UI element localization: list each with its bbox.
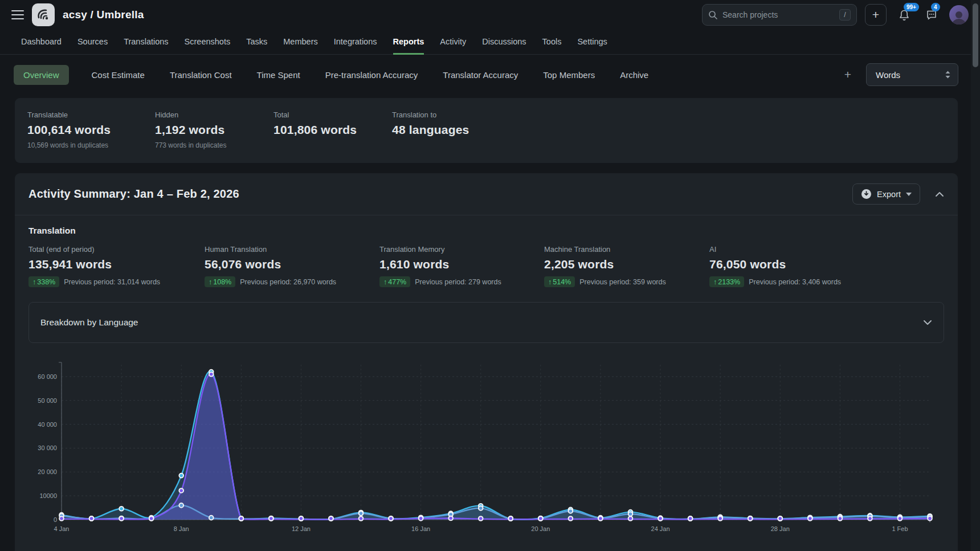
previous-period-text: Previous period: 279 words bbox=[415, 278, 501, 286]
project-title: acsy / Umbrella bbox=[63, 9, 144, 21]
svg-text:60 000: 60 000 bbox=[38, 373, 57, 380]
select-arrows-icon bbox=[945, 70, 951, 79]
trend-up-icon: ↑ bbox=[548, 278, 552, 286]
activity-summary-panel: Activity Summary: Jan 4 – Feb 2, 2026 Ex… bbox=[15, 173, 958, 551]
previous-period-text: Previous period: 3,406 words bbox=[749, 278, 841, 286]
trend-up-icon: ↑ bbox=[209, 278, 212, 286]
caret-down-icon bbox=[906, 193, 912, 196]
bird-logo-icon bbox=[36, 7, 51, 22]
subnav-item-archive[interactable]: Archive bbox=[618, 65, 651, 85]
notifications-button[interactable]: 99+ bbox=[895, 5, 914, 25]
nav-item-settings[interactable]: Settings bbox=[577, 30, 607, 55]
stat-value: 1,610 words bbox=[379, 258, 544, 271]
nav-item-translations[interactable]: Translations bbox=[124, 30, 168, 55]
svg-text:24 Jan: 24 Jan bbox=[651, 525, 670, 532]
subnav-item-time-spent[interactable]: Time Spent bbox=[255, 65, 303, 85]
subnav-item-overview[interactable]: Overview bbox=[14, 65, 69, 85]
svg-text:30 000: 30 000 bbox=[38, 444, 57, 451]
nav-item-integrations[interactable]: Integrations bbox=[334, 30, 377, 55]
messages-count-badge: 4 bbox=[931, 3, 940, 11]
nav-item-discussions[interactable]: Discussions bbox=[482, 30, 526, 55]
app-logo[interactable] bbox=[32, 3, 55, 26]
person-icon bbox=[950, 10, 967, 25]
stat-human-translation: Human Translation 56,076 words ↑108% Pre… bbox=[205, 245, 379, 287]
card-label: Translatable bbox=[27, 111, 155, 119]
create-project-button[interactable]: + bbox=[865, 4, 887, 26]
search-box[interactable]: / bbox=[702, 4, 857, 26]
previous-period-text: Previous period: 26,970 words bbox=[240, 278, 336, 286]
activity-chart: 01000020 00030 00040 00050 00060 0004 Ja… bbox=[28, 358, 944, 541]
add-report-button[interactable]: + bbox=[844, 68, 851, 81]
unit-selector-value: Words bbox=[876, 70, 900, 80]
svg-text:4 Jan: 4 Jan bbox=[54, 525, 70, 532]
activity-summary-title: Activity Summary: Jan 4 – Feb 2, 2026 bbox=[28, 187, 239, 201]
stat-value: 56,076 words bbox=[205, 258, 379, 271]
subnav-item-top-members[interactable]: Top Members bbox=[541, 65, 597, 85]
card-value: 101,806 words bbox=[273, 123, 392, 137]
words-summary-panel: Translatable 100,614 words 10,569 words … bbox=[15, 98, 958, 163]
previous-period-text: Previous period: 359 words bbox=[579, 278, 665, 286]
scrollbar-thumb[interactable] bbox=[973, 3, 978, 67]
stat-translation-memory: Translation Memory 1,610 words ↑477% Pre… bbox=[379, 245, 544, 287]
unit-selector[interactable]: Words bbox=[866, 63, 958, 86]
stat-value: 76,050 words bbox=[709, 258, 944, 271]
stat-value: 2,205 words bbox=[544, 258, 709, 271]
change-value: 2133% bbox=[718, 278, 740, 286]
menu-icon[interactable] bbox=[11, 10, 24, 19]
chevron-down-icon bbox=[923, 320, 932, 325]
stat-label: AI bbox=[709, 245, 944, 254]
svg-text:8 Jan: 8 Jan bbox=[174, 525, 189, 532]
nav-item-activity[interactable]: Activity bbox=[440, 30, 466, 55]
card-value: 100,614 words bbox=[27, 123, 155, 137]
svg-text:40 000: 40 000 bbox=[38, 421, 57, 428]
scrollbar-track[interactable] bbox=[971, 0, 980, 551]
stat-value: 135,941 words bbox=[28, 258, 205, 271]
export-button[interactable]: Export bbox=[852, 183, 920, 205]
change-chip: ↑338% bbox=[28, 276, 59, 287]
stat-label: Translation Memory bbox=[379, 245, 544, 254]
nav-item-screenshots[interactable]: Screenshots bbox=[185, 30, 231, 55]
change-chip: ↑108% bbox=[205, 276, 235, 287]
nav-item-reports[interactable]: Reports bbox=[393, 30, 424, 55]
card-hidden: Hidden 1,192 words 773 words in duplicat… bbox=[155, 111, 273, 149]
stat-label: Machine Translation bbox=[544, 245, 709, 254]
chevron-up-icon bbox=[935, 191, 944, 197]
svg-text:16 Jan: 16 Jan bbox=[411, 525, 430, 532]
change-chip: ↑2133% bbox=[709, 276, 744, 287]
subnav-item-translation-cost[interactable]: Translation Cost bbox=[168, 65, 234, 85]
change-chip: ↑514% bbox=[544, 276, 575, 287]
export-button-label: Export bbox=[877, 190, 901, 199]
change-chip: ↑477% bbox=[379, 276, 410, 287]
card-label: Total bbox=[273, 111, 392, 119]
activity-summary-header: Activity Summary: Jan 4 – Feb 2, 2026 Ex… bbox=[15, 173, 958, 215]
main-nav: Dashboard Sources Translations Screensho… bbox=[0, 30, 980, 55]
card-label: Translation to bbox=[392, 111, 945, 119]
svg-text:50 000: 50 000 bbox=[38, 397, 57, 404]
nav-item-tools[interactable]: Tools bbox=[542, 30, 562, 55]
translation-stats: Total (end of period) 135,941 words ↑338… bbox=[28, 245, 944, 287]
change-value: 514% bbox=[553, 278, 571, 286]
search-input[interactable] bbox=[722, 10, 834, 19]
stat-machine-translation: Machine Translation 2,205 words ↑514% Pr… bbox=[544, 245, 709, 287]
stat-label: Total (end of period) bbox=[28, 245, 205, 254]
user-avatar[interactable] bbox=[949, 5, 969, 25]
reports-subnav: Overview Cost Estimate Translation Cost … bbox=[14, 63, 958, 87]
breakdown-by-language-toggle[interactable]: Breakdown by Language bbox=[28, 302, 944, 343]
collapse-section-button[interactable] bbox=[935, 191, 944, 197]
nav-item-dashboard[interactable]: Dashboard bbox=[21, 30, 62, 55]
svg-text:12 Jan: 12 Jan bbox=[292, 525, 311, 532]
card-translatable: Translatable 100,614 words 10,569 words … bbox=[27, 111, 155, 149]
messages-button[interactable]: 4 bbox=[922, 5, 941, 25]
subnav-item-pre-translation-accuracy[interactable]: Pre-translation Accuracy bbox=[323, 65, 420, 85]
subnav-item-cost-estimate[interactable]: Cost Estimate bbox=[89, 65, 147, 85]
breakdown-label: Breakdown by Language bbox=[40, 317, 138, 328]
search-shortcut-key: / bbox=[839, 9, 851, 21]
nav-item-sources[interactable]: Sources bbox=[77, 30, 108, 55]
nav-item-members[interactable]: Members bbox=[283, 30, 317, 55]
nav-item-tasks[interactable]: Tasks bbox=[246, 30, 267, 55]
subnav-item-translator-accuracy[interactable]: Translator Accuracy bbox=[440, 65, 520, 85]
words-timeline-chart[interactable]: 01000020 00030 00040 00050 00060 0004 Ja… bbox=[28, 358, 940, 539]
svg-text:28 Jan: 28 Jan bbox=[771, 525, 790, 532]
card-note: 10,569 words in duplicates bbox=[27, 141, 155, 149]
top-bar: acsy / Umbrella / + 99+ 4 bbox=[0, 0, 980, 30]
